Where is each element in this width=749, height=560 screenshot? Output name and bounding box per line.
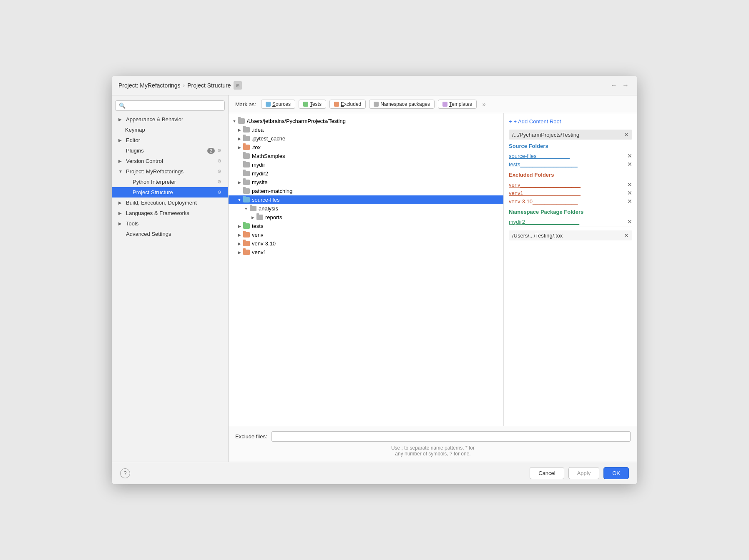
chevron-right-icon: ▶ bbox=[237, 233, 242, 237]
add-icon: + bbox=[509, 118, 512, 125]
sidebar-item-editor[interactable]: ▶ Editor bbox=[112, 135, 228, 145]
folder-icon bbox=[256, 215, 263, 220]
add-content-root-button[interactable]: + + Add Content Root bbox=[509, 118, 632, 125]
chevron-icon: ▼ bbox=[118, 169, 123, 174]
search-box[interactable]: 🔍 bbox=[115, 100, 225, 111]
namespace-folder-name[interactable]: mydir2__________________ bbox=[509, 219, 579, 225]
tree-item-label: pattern-matching bbox=[252, 188, 293, 194]
tree-item-reports[interactable]: ▶ reports bbox=[229, 213, 503, 222]
cancel-button[interactable]: Cancel bbox=[530, 467, 564, 479]
apply-button[interactable]: Apply bbox=[568, 467, 600, 479]
root-header: /.../PycharmProjects/Testing ✕ bbox=[509, 130, 632, 140]
tree-item[interactable]: ▶ .pytest_cache bbox=[229, 134, 503, 143]
chevron-right-icon: ▶ bbox=[237, 250, 242, 255]
breadcrumb-separator: › bbox=[183, 82, 185, 89]
sidebar-item-label: Appearance & Behavior bbox=[126, 116, 223, 122]
tree-item[interactable]: ▶ tests bbox=[229, 222, 503, 230]
namespace-folder-entry: mydir2__________________ ✕ bbox=[509, 218, 632, 226]
settings-icon: ⚙ bbox=[217, 169, 223, 175]
sidebar-item-appearance[interactable]: ▶ Appearance & Behavior bbox=[112, 114, 228, 125]
excluded-folder-name[interactable]: venv1___________________ bbox=[509, 190, 581, 196]
content-area: ▼ /Users/jetbrains/PycharmProjects/Testi… bbox=[229, 113, 637, 426]
sidebar-item-advanced[interactable]: Advanced Settings bbox=[112, 229, 228, 239]
sidebar-item-plugins[interactable]: Plugins 2 ⚙ bbox=[112, 145, 228, 156]
sidebar-item-label: Python Interpreter bbox=[133, 179, 215, 185]
chevron-right-icon: ▶ bbox=[237, 242, 242, 246]
remove-source-folder-button[interactable]: ✕ bbox=[627, 161, 632, 168]
tree-item[interactable]: ▶ venv-3.10 bbox=[229, 239, 503, 248]
remove-excluded-folder-button[interactable]: ✕ bbox=[627, 198, 632, 205]
sidebar-item-version-control[interactable]: ▶ Version Control ⚙ bbox=[112, 156, 228, 166]
tree-item[interactable]: ▶ venv bbox=[229, 230, 503, 239]
remove-excluded-root-button[interactable]: ✕ bbox=[624, 232, 629, 239]
source-folder-name[interactable]: source-files___________ bbox=[509, 153, 570, 159]
sources-label: Sources bbox=[272, 101, 291, 107]
help-button[interactable]: ? bbox=[120, 468, 130, 478]
remove-source-folder-button[interactable]: ✕ bbox=[627, 152, 632, 159]
footer-left: ? bbox=[120, 468, 130, 478]
tree-item[interactable]: ▶ .idea bbox=[229, 125, 503, 134]
sidebar-item-label: Build, Execution, Deployment bbox=[126, 200, 223, 206]
tree-item[interactable]: pattern-matching bbox=[229, 187, 503, 195]
mark-as-namespace-button[interactable]: Namespace packages bbox=[369, 100, 435, 109]
nav-forward-button[interactable]: → bbox=[621, 81, 631, 90]
bottom-area: Exclude files: Use ; to separate name pa… bbox=[229, 426, 637, 462]
sidebar-item-python-interpreter[interactable]: Python Interpreter ⚙ bbox=[112, 177, 228, 187]
settings-icon: ⚙ bbox=[217, 190, 223, 195]
tree-item-label: mydir bbox=[252, 162, 265, 168]
sidebar-item-project-myrefactorings[interactable]: ▼ Project: MyRefactorings ⚙ bbox=[112, 166, 228, 177]
tree-item-label: .pytest_cache bbox=[252, 135, 285, 142]
sidebar-item-keymap[interactable]: Keymap bbox=[112, 125, 228, 135]
tree-item[interactable]: ▼ analysis bbox=[229, 204, 503, 213]
mark-as-sources-button[interactable]: Sources bbox=[261, 100, 295, 109]
folder-icon bbox=[243, 223, 250, 229]
tree-item[interactable]: mydir bbox=[229, 160, 503, 169]
sidebar-item-project-structure[interactable]: Project Structure ⚙ bbox=[112, 187, 228, 198]
window-icon[interactable]: ⊞ bbox=[234, 81, 242, 90]
tree-item[interactable]: ▶ mysite bbox=[229, 178, 503, 187]
source-folder-name[interactable]: tests___________________ bbox=[509, 161, 578, 168]
remove-namespace-folder-button[interactable]: ✕ bbox=[627, 218, 632, 225]
tree-item[interactable]: mydir2 bbox=[229, 169, 503, 178]
toolbar-more[interactable]: » bbox=[480, 100, 488, 108]
folder-icon bbox=[243, 145, 250, 150]
source-folders-title: Source Folders bbox=[509, 143, 632, 149]
tree-item[interactable]: ▶ venv1 bbox=[229, 248, 503, 257]
close-root-button[interactable]: ✕ bbox=[624, 131, 629, 138]
mark-as-label: Mark as: bbox=[235, 101, 256, 108]
excluded-folder-name[interactable]: venv____________________ bbox=[509, 182, 581, 188]
folder-icon bbox=[243, 232, 250, 238]
sidebar-item-label: Advanced Settings bbox=[126, 231, 223, 237]
sidebar-item-languages[interactable]: ▶ Languages & Frameworks bbox=[112, 208, 228, 218]
settings-icon: ⚙ bbox=[217, 148, 223, 154]
tree-item[interactable]: ▶ .tox bbox=[229, 143, 503, 152]
mark-as-templates-button[interactable]: Templates bbox=[438, 100, 477, 109]
mark-as-tests-button[interactable]: Tests bbox=[299, 100, 326, 109]
ok-button[interactable]: OK bbox=[603, 467, 629, 479]
tree-item[interactable]: MathSamples bbox=[229, 152, 503, 160]
chevron-icon: ▶ bbox=[118, 211, 123, 215]
exclude-files-input[interactable] bbox=[271, 431, 631, 442]
sidebar-item-tools[interactable]: ▶ Tools bbox=[112, 218, 228, 229]
exclude-row: Exclude files: bbox=[235, 431, 631, 442]
mark-as-excluded-button[interactable]: Excluded bbox=[329, 100, 366, 109]
tree-item-source-files[interactable]: ▼ source-files bbox=[229, 195, 503, 204]
tree-item-label: mydir2 bbox=[252, 170, 268, 177]
excluded-color-dot bbox=[334, 102, 339, 107]
excluded-folder-name[interactable]: venv-3.10_______________ bbox=[509, 198, 578, 205]
tree-root[interactable]: ▼ /Users/jetbrains/PycharmProjects/Testi… bbox=[229, 117, 503, 125]
remove-excluded-folder-button[interactable]: ✕ bbox=[627, 190, 632, 196]
nav-back-button[interactable]: ← bbox=[609, 81, 619, 90]
file-tree[interactable]: ▼ /Users/jetbrains/PycharmProjects/Testi… bbox=[229, 113, 504, 426]
sidebar-item-build-execution[interactable]: ▶ Build, Execution, Deployment bbox=[112, 198, 228, 208]
remove-excluded-folder-button[interactable]: ✕ bbox=[627, 181, 632, 188]
search-input[interactable] bbox=[127, 102, 221, 109]
chevron-icon: ▶ bbox=[118, 117, 123, 122]
chevron-right-icon: ▶ bbox=[237, 137, 242, 141]
folder-icon bbox=[243, 241, 250, 246]
chevron-icon: ▶ bbox=[118, 159, 123, 163]
excluded-folder-entry: venv____________________ ✕ bbox=[509, 180, 632, 189]
tests-label: Tests bbox=[310, 101, 322, 107]
tree-item-label: .tox bbox=[252, 144, 261, 150]
sidebar-item-label: Keymap bbox=[125, 127, 223, 133]
